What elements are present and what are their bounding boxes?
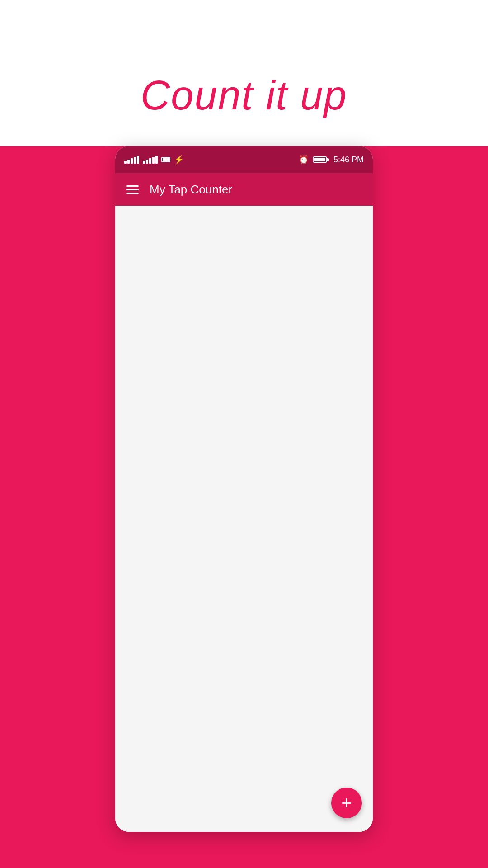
add-icon: + bbox=[341, 794, 352, 812]
battery-charging-icon bbox=[161, 157, 170, 162]
hamburger-line-3 bbox=[126, 193, 139, 194]
signal-icon-1 bbox=[124, 156, 139, 164]
page-title: Count it up bbox=[0, 54, 488, 146]
hamburger-line-1 bbox=[126, 185, 139, 187]
status-bar-right: ⏰ 5:46 PM bbox=[299, 155, 364, 165]
hamburger-menu-button[interactable] bbox=[126, 185, 139, 194]
phone-frame: ⚡ ⏰ 5:46 PM My Tap Counter + bbox=[115, 146, 373, 832]
usb-icon: ⚡ bbox=[174, 155, 184, 165]
add-counter-fab[interactable]: + bbox=[331, 788, 362, 818]
app-toolbar: My Tap Counter bbox=[115, 173, 373, 206]
hamburger-line-2 bbox=[126, 189, 139, 190]
main-content: + bbox=[115, 206, 373, 832]
status-bar: ⚡ ⏰ 5:46 PM bbox=[115, 146, 373, 173]
alarm-icon: ⏰ bbox=[299, 155, 309, 165]
status-time: 5:46 PM bbox=[333, 155, 364, 165]
toolbar-title: My Tap Counter bbox=[150, 183, 232, 197]
battery-icon bbox=[313, 156, 329, 163]
signal-icon-2 bbox=[143, 156, 158, 164]
